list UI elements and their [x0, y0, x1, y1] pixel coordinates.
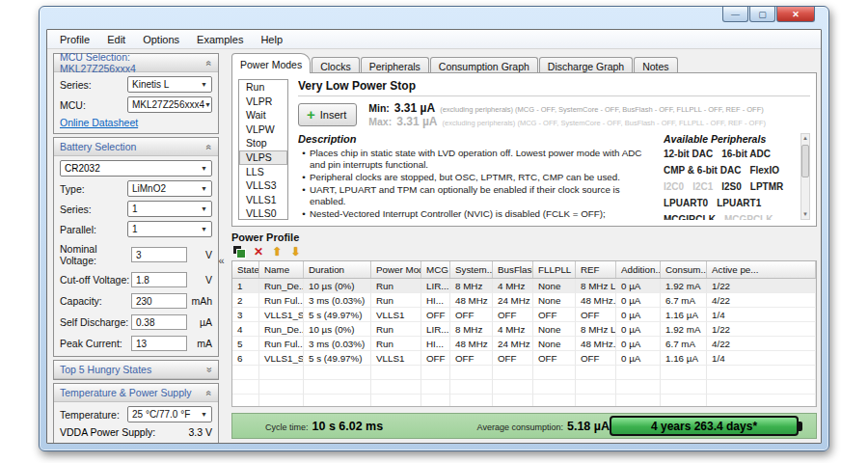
close-button[interactable]: ✕ [776, 7, 815, 22]
power-mode-item[interactable]: Wait [239, 108, 287, 123]
column-header[interactable]: System... [450, 261, 493, 278]
power-mode-item[interactable]: VLLS1 [239, 193, 287, 207]
scrollbar-thumb[interactable] [801, 145, 809, 177]
delete-state-icon[interactable]: ✕ [254, 246, 263, 258]
menu-item[interactable]: Profile [51, 32, 98, 47]
mcu-select[interactable]: MKL27Z256xxx4 ▼ [127, 96, 212, 113]
power-mode-item[interactable]: VLPR [239, 95, 287, 109]
hungry-states-header[interactable]: Top 5 Hungry States « [54, 361, 218, 379]
power-mode-item[interactable]: Run [239, 80, 287, 95]
column-header[interactable]: Duration [304, 261, 371, 278]
menu-item[interactable]: Help [252, 32, 291, 47]
mcu-selection-section: MCU Selection: MKL27Z256xxx4 « Series: K… [53, 53, 219, 134]
tab[interactable]: Discharge Graph [539, 57, 633, 73]
power-profile-section: Power Profile ✕ ⬆ ⬇ StateNameDurationPow… [231, 232, 817, 439]
chevron-down-icon: ▼ [201, 411, 207, 418]
power-mode-item[interactable]: VLPS [239, 150, 287, 165]
insert-button[interactable]: + Insert [298, 103, 357, 126]
min-consumption-row: Min: 3.31 µA (excluding peripherals) (MC… [368, 101, 766, 115]
duplicate-state-icon[interactable] [233, 246, 245, 258]
battery-selection-header[interactable]: Battery Selection « [54, 138, 218, 156]
table-row[interactable]: 4 Run_De... 10 µs (0%) Run LIR... 8 MHz … [232, 322, 816, 337]
column-header[interactable]: BusFlash [493, 261, 533, 278]
max-note: (excluding peripherals) (MCG - OFF, Syst… [443, 119, 767, 127]
column-header[interactable]: Active pe... [707, 261, 816, 278]
power-mode-item[interactable]: LLS [239, 165, 287, 179]
table-row[interactable]: 1 Run_De... 10 µs (0%) Run LIR... 8 MHz … [232, 279, 816, 293]
scroll-up-icon[interactable]: ▲ [802, 134, 808, 143]
chevron-down-icon: ▼ [201, 205, 207, 212]
field-unit: µA [187, 316, 212, 328]
chevron-up-icon[interactable]: « [204, 390, 215, 395]
peripheral-item: I2S0 [721, 181, 742, 192]
window-content: ProfileEditOptionsExamplesHelp MCU Selec… [46, 29, 822, 444]
peripherals-scrollbar[interactable]: ▲ ▼ [800, 133, 810, 220]
table-row[interactable]: 2 Run Ful... 3 ms (0.03%) Run HI... 48 M… [232, 293, 816, 308]
move-up-icon[interactable]: ⬆ [272, 246, 282, 258]
field-input[interactable]: 13 [131, 336, 187, 351]
table-row[interactable]: 6 VLLS1_S... 5 s (49.97%) VLLS1 OFF OFF … [232, 351, 816, 366]
power-mode-item[interactable]: VLPW [239, 123, 287, 137]
field-unit: V [187, 249, 212, 260]
field-label: Peak Current: [60, 338, 131, 349]
battery-series-select[interactable]: 1 ▼ [127, 201, 212, 217]
column-header[interactable]: Consum... [661, 261, 707, 278]
column-header[interactable]: Addition... [616, 261, 661, 278]
column-header[interactable]: REF [576, 261, 616, 278]
battery-type-select[interactable]: LiMnO2 ▼ [127, 180, 212, 197]
column-header[interactable]: Power Mode [371, 261, 421, 278]
column-header[interactable]: Name [259, 261, 304, 278]
battery-field-row: Peak Current: 13 mA [60, 336, 212, 351]
menu-item[interactable]: Edit [98, 32, 134, 47]
mode-detail: Very Low Power Stop + Insert Min: 3.31 µ… [298, 79, 810, 220]
power-mode-item[interactable]: Stop [239, 136, 287, 150]
power-modes-panel: Run VLPR Wait VLPW Stop VLPS LLS [231, 72, 817, 227]
power-profile-title: Power Profile [231, 232, 817, 243]
column-header[interactable]: State [232, 261, 259, 278]
mcu-selection-header[interactable]: MCU Selection: MKL27Z256xxx4 « [54, 54, 218, 72]
max-consumption-row: Max: 3.31 µA (excluding peripherals) (MC… [368, 115, 766, 128]
series-select[interactable]: Kinetis L ▼ [127, 76, 212, 93]
chevron-down-icon[interactable]: « [204, 367, 215, 372]
chevron-up-icon[interactable]: « [204, 144, 215, 150]
chevron-up-icon[interactable]: « [204, 60, 215, 66]
peripheral-item: 16-bit ADC [721, 149, 771, 159]
minimize-button[interactable]: — [722, 7, 748, 22]
online-datasheet-link[interactable]: Online Datasheet [60, 117, 212, 128]
temperature-select[interactable]: 25 °C/77.0 °F ▼ [127, 406, 212, 422]
peripheral-item: LPTMR [750, 181, 783, 192]
tab[interactable]: Clocks [312, 57, 360, 73]
field-input[interactable]: 1.8 [131, 272, 187, 287]
peripheral-item: I2C1 [692, 181, 713, 192]
battery-series-label: Series: [60, 204, 127, 215]
field-input[interactable]: 230 [131, 293, 187, 309]
tab[interactable]: Peripherals [361, 57, 429, 73]
field-input[interactable]: 0.38 [131, 314, 187, 330]
table-row[interactable]: 3 VLLS1_S... 5 s (49.97%) VLLS1 OFF OFF … [232, 308, 816, 322]
column-header[interactable]: FLLPLL [533, 261, 576, 278]
power-mode-item[interactable]: VLLS0 [239, 206, 287, 220]
temperature-header[interactable]: Temperature & Power Supply « [54, 384, 218, 402]
field-input[interactable]: 3 [131, 247, 187, 262]
move-down-icon[interactable]: ⬇ [290, 246, 300, 258]
power-mode-item[interactable]: VLLS3 [239, 178, 287, 193]
empty-row [232, 395, 816, 407]
battery-parallel-select[interactable]: 1 ▼ [127, 221, 212, 237]
tab[interactable]: Notes [634, 57, 677, 73]
description-bullet: • Places chip in static state with LVD o… [298, 148, 658, 171]
tab[interactable]: Power Modes [231, 53, 311, 73]
menu-item[interactable]: Examples [188, 32, 252, 47]
field-label: Cut-off Voltage: [60, 274, 131, 286]
peripheral-item: MCGPCLK [724, 214, 773, 220]
column-header[interactable]: MCG [421, 261, 450, 278]
battery-model-select[interactable]: CR2032 ▼ [60, 160, 212, 177]
min-note: (excluding peripherals) (MCG - OFF, Syst… [440, 105, 764, 114]
tab[interactable]: Consumption Graph [430, 57, 538, 73]
table-row[interactable]: 5 Run Ful... 3 ms (0.03%) Run HI... 48 M… [232, 337, 816, 351]
menu-item[interactable]: Options [134, 32, 188, 47]
maximize-icon: ▢ [758, 10, 767, 19]
sidebar-collapse-handle[interactable]: « [215, 250, 228, 271]
maximize-button[interactable]: ▢ [749, 7, 775, 22]
scroll-down-icon[interactable]: ▼ [802, 210, 808, 219]
description-bullets: • Places chip in static state with LVD o… [298, 148, 658, 220]
